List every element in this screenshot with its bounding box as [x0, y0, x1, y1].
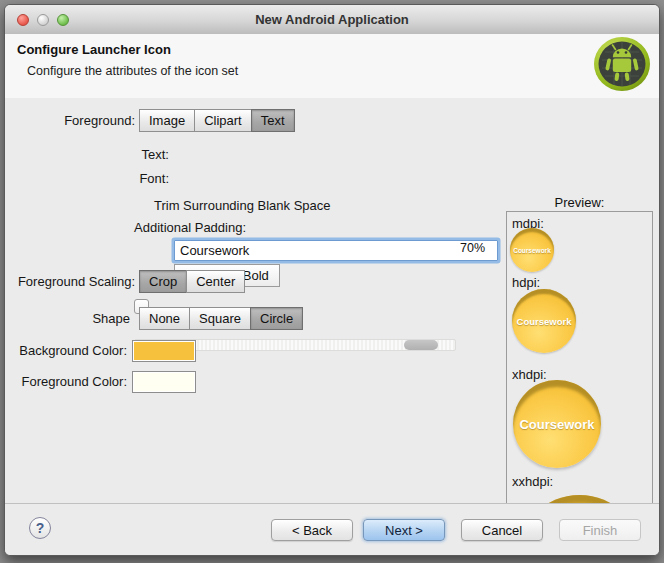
icon-text: Coursework: [517, 316, 572, 327]
wizard-content: Foreground: ImageClipartText Text: Font:…: [5, 98, 659, 504]
segment-option-square[interactable]: Square: [189, 307, 251, 330]
padding-value: 70%: [460, 241, 485, 255]
icon-text-input[interactable]: [174, 240, 498, 261]
close-icon[interactable]: [17, 14, 29, 26]
segment-option-none[interactable]: None: [139, 307, 190, 330]
wizard-header: Configure Launcher Icon Configure the at…: [5, 34, 659, 99]
minimize-icon[interactable]: [37, 14, 49, 26]
wizard-window: New Android Application Configure Launch…: [4, 4, 660, 556]
shape-segment[interactable]: NoneSquareCircle: [139, 307, 303, 330]
density-label-xhdpi: xhdpi:: [512, 367, 547, 382]
background-color-swatch[interactable]: [132, 340, 196, 362]
preview-panel: mdpi: Coursework hdpi: Coursework xhdpi:…: [506, 211, 653, 544]
segment-option-crop[interactable]: Crop: [139, 270, 187, 293]
shape-label: Shape: [5, 307, 130, 330]
finish-button[interactable]: Finish: [559, 519, 641, 541]
back-button[interactable]: < Back: [271, 519, 353, 541]
segment-option-text[interactable]: Text: [251, 109, 295, 132]
padding-slider-handle[interactable]: [404, 340, 438, 350]
launcher-icon-preview-xhdpi: Coursework: [513, 380, 601, 468]
segment-option-clipart[interactable]: Clipart: [194, 109, 252, 132]
density-label-xxhdpi: xxhdpi:: [512, 474, 553, 489]
foreground-color-swatch[interactable]: [132, 371, 196, 393]
help-button[interactable]: ?: [29, 517, 51, 539]
cancel-button[interactable]: Cancel: [461, 519, 543, 541]
foreground-segment[interactable]: ImageClipartText: [139, 109, 295, 132]
title-bar[interactable]: New Android Application: [5, 5, 659, 35]
launcher-icon-preview-hdpi: Coursework: [512, 289, 576, 353]
foreground-label: Foreground:: [5, 109, 135, 132]
window-title: New Android Application: [5, 5, 659, 34]
segment-option-center[interactable]: Center: [186, 270, 245, 293]
foreground-color-fill: [134, 373, 194, 391]
preview-label: Preview:: [506, 195, 653, 210]
foreground-scaling-label: Foreground Scaling:: [5, 270, 135, 293]
font-label: Font:: [5, 167, 169, 190]
density-label-hdpi: hdpi:: [512, 275, 540, 290]
scaling-segment[interactable]: CropCenter: [139, 270, 245, 293]
launcher-icon-preview-mdpi: Coursework: [510, 228, 554, 272]
next-button[interactable]: Next >: [363, 519, 445, 541]
page-title: Configure Launcher Icon: [17, 42, 171, 57]
page-subtitle: Configure the attributes of the icon set: [27, 64, 238, 78]
additional-padding-label: Additional Padding:: [134, 220, 354, 235]
segment-option-circle[interactable]: Circle: [250, 307, 303, 330]
segment-option-image[interactable]: Image: [139, 109, 195, 132]
zoom-icon[interactable]: [57, 14, 69, 26]
background-color-fill: [134, 342, 194, 360]
wizard-footer: ? < Back Next > Cancel Finish: [5, 503, 659, 555]
trim-checkbox-label: Trim Surrounding Blank Space: [154, 198, 374, 213]
icon-text: Coursework: [519, 417, 594, 432]
icon-text: Coursework: [513, 247, 551, 254]
android-logo-icon: [593, 36, 651, 92]
text-label: Text:: [5, 143, 169, 166]
foreground-color-label: Foreground Color:: [5, 371, 127, 393]
background-color-label: Background Color:: [5, 340, 127, 362]
